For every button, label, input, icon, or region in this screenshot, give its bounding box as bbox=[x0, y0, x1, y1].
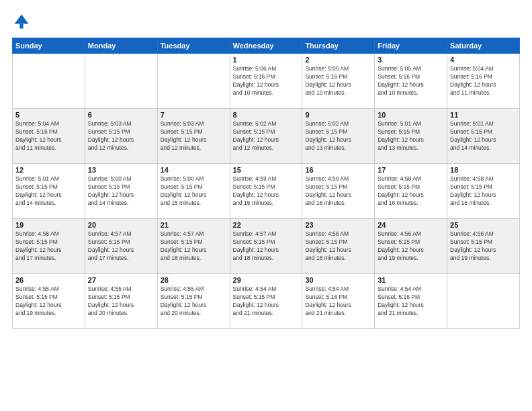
day-info: Sunrise: 4:57 AM Sunset: 5:15 PM Dayligh… bbox=[88, 230, 154, 263]
day-number: 24 bbox=[378, 221, 444, 229]
calendar-cell: 26Sunrise: 4:55 AM Sunset: 5:15 PM Dayli… bbox=[13, 274, 85, 329]
calendar-cell: 3Sunrise: 5:05 AM Sunset: 5:16 PM Daylig… bbox=[375, 54, 447, 109]
day-number: 25 bbox=[450, 221, 517, 229]
day-info: Sunrise: 5:04 AM Sunset: 5:16 PM Dayligh… bbox=[15, 120, 82, 152]
day-info: Sunrise: 5:05 AM Sunset: 5:16 PM Dayligh… bbox=[378, 65, 444, 97]
day-number: 26 bbox=[15, 276, 82, 284]
dow-header-thursday: Thursday bbox=[302, 38, 375, 54]
day-info: Sunrise: 5:03 AM Sunset: 5:15 PM Dayligh… bbox=[88, 120, 154, 152]
calendar-cell: 22Sunrise: 4:57 AM Sunset: 5:15 PM Dayli… bbox=[230, 219, 302, 274]
day-number: 15 bbox=[233, 166, 300, 174]
calendar-cell: 28Sunrise: 4:55 AM Sunset: 5:15 PM Dayli… bbox=[157, 274, 230, 329]
day-number: 2 bbox=[305, 56, 371, 64]
calendar-cell: 16Sunrise: 4:59 AM Sunset: 5:15 PM Dayli… bbox=[302, 164, 375, 219]
calendar-cell bbox=[85, 54, 157, 109]
day-number: 6 bbox=[88, 111, 154, 119]
svg-marker-0 bbox=[15, 15, 29, 24]
day-info: Sunrise: 4:54 AM Sunset: 5:15 PM Dayligh… bbox=[233, 285, 300, 318]
calendar-cell: 24Sunrise: 4:56 AM Sunset: 5:15 PM Dayli… bbox=[375, 219, 447, 274]
week-row-1: 5Sunrise: 5:04 AM Sunset: 5:16 PM Daylig… bbox=[13, 109, 520, 164]
dow-header-wednesday: Wednesday bbox=[230, 38, 302, 54]
calendar-cell: 17Sunrise: 4:58 AM Sunset: 5:15 PM Dayli… bbox=[375, 164, 447, 219]
day-number: 19 bbox=[15, 221, 82, 229]
day-info: Sunrise: 4:56 AM Sunset: 5:15 PM Dayligh… bbox=[305, 230, 371, 263]
day-info: Sunrise: 4:55 AM Sunset: 5:15 PM Dayligh… bbox=[161, 285, 227, 318]
logo-icon bbox=[12, 12, 31, 31]
calendar-cell: 21Sunrise: 4:57 AM Sunset: 5:15 PM Dayli… bbox=[157, 219, 230, 274]
day-info: Sunrise: 4:58 AM Sunset: 5:15 PM Dayligh… bbox=[15, 230, 82, 263]
day-info: Sunrise: 4:54 AM Sunset: 5:16 PM Dayligh… bbox=[378, 285, 444, 318]
day-number: 11 bbox=[450, 111, 517, 119]
week-row-3: 19Sunrise: 4:58 AM Sunset: 5:15 PM Dayli… bbox=[13, 219, 520, 274]
calendar-cell: 20Sunrise: 4:57 AM Sunset: 5:15 PM Dayli… bbox=[85, 219, 157, 274]
day-info: Sunrise: 4:57 AM Sunset: 5:15 PM Dayligh… bbox=[161, 230, 227, 263]
week-row-0: 1Sunrise: 5:06 AM Sunset: 5:16 PM Daylig… bbox=[13, 54, 520, 109]
day-number: 29 bbox=[233, 276, 300, 284]
day-info: Sunrise: 4:54 AM Sunset: 5:16 PM Dayligh… bbox=[305, 285, 371, 318]
day-info: Sunrise: 4:58 AM Sunset: 5:15 PM Dayligh… bbox=[378, 175, 444, 208]
calendar-cell: 31Sunrise: 4:54 AM Sunset: 5:16 PM Dayli… bbox=[375, 274, 447, 329]
day-info: Sunrise: 4:58 AM Sunset: 5:15 PM Dayligh… bbox=[450, 175, 517, 208]
day-info: Sunrise: 4:56 AM Sunset: 5:15 PM Dayligh… bbox=[450, 230, 517, 263]
day-number: 13 bbox=[88, 166, 154, 174]
day-info: Sunrise: 5:03 AM Sunset: 5:15 PM Dayligh… bbox=[161, 120, 227, 152]
day-number: 31 bbox=[378, 276, 444, 284]
calendar-cell: 23Sunrise: 4:56 AM Sunset: 5:15 PM Dayli… bbox=[302, 219, 375, 274]
day-number: 17 bbox=[378, 166, 444, 174]
page: SundayMondayTuesdayWednesdayThursdayFrid… bbox=[0, 0, 532, 411]
day-number: 27 bbox=[88, 276, 154, 284]
calendar-cell: 11Sunrise: 5:01 AM Sunset: 5:15 PM Dayli… bbox=[447, 109, 520, 164]
calendar-cell: 6Sunrise: 5:03 AM Sunset: 5:15 PM Daylig… bbox=[85, 109, 157, 164]
day-info: Sunrise: 5:00 AM Sunset: 5:15 PM Dayligh… bbox=[88, 175, 154, 208]
day-info: Sunrise: 4:55 AM Sunset: 5:15 PM Dayligh… bbox=[15, 285, 82, 318]
calendar-cell: 5Sunrise: 5:04 AM Sunset: 5:16 PM Daylig… bbox=[13, 109, 85, 164]
day-info: Sunrise: 4:59 AM Sunset: 5:15 PM Dayligh… bbox=[305, 175, 371, 208]
day-info: Sunrise: 5:01 AM Sunset: 5:15 PM Dayligh… bbox=[15, 175, 82, 208]
calendar-cell: 25Sunrise: 4:56 AM Sunset: 5:15 PM Dayli… bbox=[447, 219, 520, 274]
day-number: 18 bbox=[450, 166, 517, 174]
day-number: 5 bbox=[15, 111, 82, 119]
day-info: Sunrise: 5:06 AM Sunset: 5:16 PM Dayligh… bbox=[233, 65, 300, 97]
calendar-cell bbox=[157, 54, 230, 109]
day-number: 12 bbox=[15, 166, 82, 174]
day-number: 10 bbox=[378, 111, 444, 119]
day-info: Sunrise: 5:01 AM Sunset: 5:15 PM Dayligh… bbox=[378, 120, 444, 152]
day-number: 3 bbox=[378, 56, 444, 64]
day-info: Sunrise: 4:57 AM Sunset: 5:15 PM Dayligh… bbox=[233, 230, 300, 263]
day-number: 28 bbox=[161, 276, 227, 284]
day-info: Sunrise: 4:56 AM Sunset: 5:15 PM Dayligh… bbox=[378, 230, 444, 263]
calendar-cell: 8Sunrise: 5:02 AM Sunset: 5:15 PM Daylig… bbox=[230, 109, 302, 164]
day-number: 16 bbox=[305, 166, 371, 174]
dow-header-friday: Friday bbox=[375, 38, 447, 54]
calendar-cell: 4Sunrise: 5:04 AM Sunset: 5:16 PM Daylig… bbox=[447, 54, 520, 109]
week-row-2: 12Sunrise: 5:01 AM Sunset: 5:15 PM Dayli… bbox=[13, 164, 520, 219]
dow-header-sunday: Sunday bbox=[13, 38, 85, 54]
day-info: Sunrise: 4:55 AM Sunset: 5:15 PM Dayligh… bbox=[88, 285, 154, 318]
dow-header-saturday: Saturday bbox=[447, 38, 520, 54]
calendar-cell: 29Sunrise: 4:54 AM Sunset: 5:15 PM Dayli… bbox=[230, 274, 302, 329]
calendar-cell: 19Sunrise: 4:58 AM Sunset: 5:15 PM Dayli… bbox=[13, 219, 85, 274]
day-number: 21 bbox=[161, 221, 227, 229]
calendar-cell bbox=[13, 54, 85, 109]
day-number: 20 bbox=[88, 221, 154, 229]
day-number: 1 bbox=[233, 56, 300, 64]
day-info: Sunrise: 5:00 AM Sunset: 5:15 PM Dayligh… bbox=[161, 175, 227, 208]
week-row-4: 26Sunrise: 4:55 AM Sunset: 5:15 PM Dayli… bbox=[13, 274, 520, 329]
day-info: Sunrise: 5:02 AM Sunset: 5:15 PM Dayligh… bbox=[305, 120, 371, 152]
calendar-cell bbox=[447, 274, 520, 329]
day-number: 30 bbox=[305, 276, 371, 284]
calendar-cell: 7Sunrise: 5:03 AM Sunset: 5:15 PM Daylig… bbox=[157, 109, 230, 164]
header bbox=[12, 12, 520, 31]
calendar-cell: 10Sunrise: 5:01 AM Sunset: 5:15 PM Dayli… bbox=[375, 109, 447, 164]
calendar-cell: 18Sunrise: 4:58 AM Sunset: 5:15 PM Dayli… bbox=[447, 164, 520, 219]
dow-header-tuesday: Tuesday bbox=[157, 38, 230, 54]
logo bbox=[12, 12, 34, 31]
day-number: 8 bbox=[233, 111, 300, 119]
calendar-body: 1Sunrise: 5:06 AM Sunset: 5:16 PM Daylig… bbox=[13, 54, 520, 329]
day-number: 22 bbox=[233, 221, 300, 229]
day-info: Sunrise: 5:04 AM Sunset: 5:16 PM Dayligh… bbox=[450, 65, 517, 97]
day-of-week-row: SundayMondayTuesdayWednesdayThursdayFrid… bbox=[13, 38, 520, 54]
day-info: Sunrise: 5:05 AM Sunset: 5:16 PM Dayligh… bbox=[305, 65, 371, 97]
calendar-cell: 15Sunrise: 4:59 AM Sunset: 5:15 PM Dayli… bbox=[230, 164, 302, 219]
svg-rect-1 bbox=[19, 24, 23, 29]
